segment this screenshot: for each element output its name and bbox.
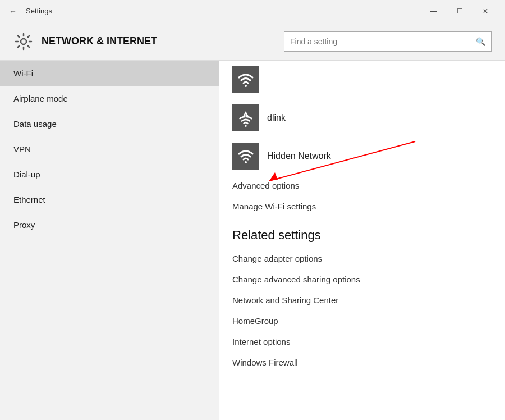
sidebar-item-proxy[interactable]: Proxy — [0, 212, 219, 238]
maximize-button[interactable]: ☐ — [447, 3, 472, 20]
sidebar-item-vpn[interactable]: VPN — [0, 136, 219, 162]
svg-point-1 — [245, 85, 247, 87]
app-header-left: NETWORK & INTERNET — [13, 31, 157, 52]
network-icon-box — [232, 66, 259, 93]
network-item-partial[interactable] — [219, 61, 505, 99]
manage-wifi-link[interactable]: Manage Wi-Fi settings — [219, 196, 505, 217]
related-link-adapter[interactable]: Change adapter options — [219, 248, 505, 269]
sidebar-item-data[interactable]: Data usage — [0, 111, 219, 136]
app-icon — [13, 31, 34, 52]
network-item-hidden[interactable]: Hidden Network — [219, 137, 505, 175]
related-link-firewall[interactable]: Windows Firewall — [219, 352, 505, 373]
title-bar: ← Settings — ☐ ✕ — [0, 0, 505, 22]
search-icon: 🔍 — [476, 37, 485, 46]
search-input[interactable] — [290, 37, 476, 46]
title-bar-left: ← Settings — [7, 4, 52, 18]
related-link-homegroup[interactable]: HomeGroup — [219, 311, 505, 331]
sidebar-item-wifi[interactable]: Wi-Fi — [0, 61, 219, 86]
sidebar: Wi-FiAirplane modeData usageVPNDial-upEt… — [0, 61, 219, 420]
minimize-button[interactable]: — — [421, 3, 447, 20]
network-label-hidden: Hidden Network — [267, 151, 331, 161]
related-link-sharing[interactable]: Change advanced sharing options — [219, 269, 505, 290]
back-button[interactable]: ← — [7, 4, 19, 18]
network-label-dlink: dlink — [267, 113, 286, 123]
close-button[interactable]: ✕ — [472, 3, 498, 20]
main-layout: Wi-FiAirplane modeData usageVPNDial-upEt… — [0, 61, 505, 420]
svg-point-0 — [21, 39, 26, 44]
svg-point-5 — [245, 161, 247, 163]
network-icon-dlink: ! — [232, 104, 259, 131]
svg-point-4 — [245, 125, 247, 127]
window-title: Settings — [26, 7, 52, 15]
content-area: ! dlink — [219, 61, 505, 420]
related-link-internet[interactable]: Internet options — [219, 331, 505, 352]
sidebar-item-airplane[interactable]: Airplane mode — [0, 86, 219, 111]
page-title: NETWORK & INTERNET — [42, 35, 157, 47]
search-box[interactable]: 🔍 — [284, 31, 492, 52]
sidebar-item-dialup[interactable]: Dial-up — [0, 162, 219, 187]
window-controls: — ☐ ✕ — [421, 3, 498, 20]
related-settings-heading: Related settings — [219, 217, 505, 248]
svg-text:!: ! — [245, 113, 247, 118]
advanced-options-link[interactable]: Advanced options — [219, 175, 505, 196]
network-icon-hidden — [232, 143, 259, 170]
network-item-dlink[interactable]: ! dlink — [219, 99, 505, 137]
sidebar-item-ethernet[interactable]: Ethernet — [0, 187, 219, 212]
related-link-center[interactable]: Network and Sharing Center — [219, 290, 505, 311]
app-header: NETWORK & INTERNET 🔍 — [0, 22, 505, 61]
